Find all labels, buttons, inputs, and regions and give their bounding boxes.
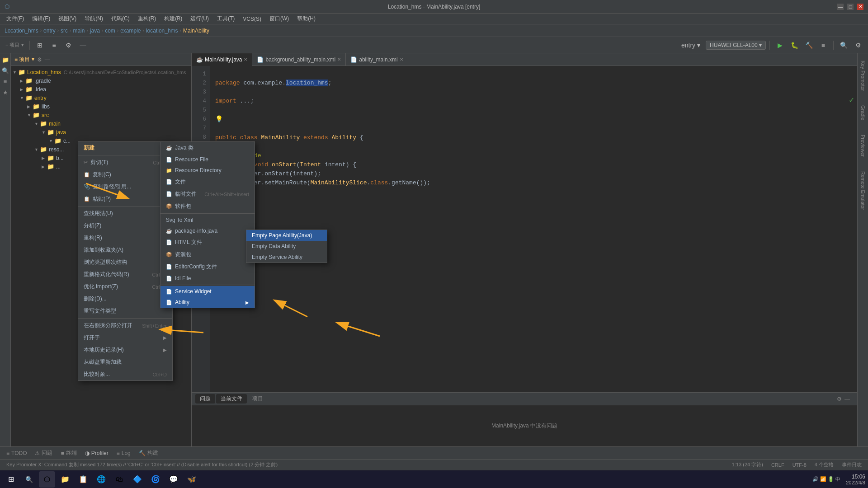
toolbar-entry-selector[interactable]: entry ▾ <box>678 39 704 52</box>
ctx-empty-page-ability[interactable]: Empty Page Ability(Java) <box>246 230 327 241</box>
toolbar-list-btn[interactable]: ≡ <box>48 39 61 52</box>
close-button[interactable]: ✕ <box>857 4 863 10</box>
tab-mainability[interactable]: ☕ MainAbility.java ✕ <box>192 53 252 66</box>
taskbar-extra-btn3[interactable]: 💬 <box>165 471 182 488</box>
ctx-open-split[interactable]: 在右侧拆分部分打开 Shift+Enter <box>78 319 172 332</box>
ctx-resource-bundle[interactable]: 📦资源包 <box>160 249 255 261</box>
ctx-local-history[interactable]: 本地历史记录(H) ▶ <box>78 344 172 356</box>
menu-edit[interactable]: 编辑(E) <box>28 14 54 23</box>
ctx-add-favorites[interactable]: 添加到收藏夹(A) <box>78 244 172 256</box>
right-sidebar-emulator[interactable]: Remote Emulator <box>860 169 866 213</box>
ctx-resource-file[interactable]: 📄Resource File <box>160 154 255 165</box>
tab-ability-main[interactable]: 📄 ability_main.xml ✕ <box>346 53 408 66</box>
breadcrumb-java[interactable]: java <box>90 28 100 34</box>
ctx-optimize-import[interactable]: 优化 import(Z) Ctrl+... <box>78 281 172 293</box>
ctx-scratch-file[interactable]: 📄临时文件 Ctrl+Alt+Shift+Insert <box>160 188 255 200</box>
problems-settings-btn[interactable]: ⚙ <box>837 396 842 402</box>
menu-refactor[interactable]: 重构(R) <box>134 14 160 23</box>
ctx-reload[interactable]: 从磁盘重新加载 <box>78 356 172 368</box>
taskbar-browser-btn[interactable]: 🌐 <box>93 471 109 488</box>
problems-close-btn[interactable]: — <box>844 396 850 402</box>
toolbar-settings-btn[interactable]: ⚙ <box>62 39 75 52</box>
status-indent[interactable]: 4 个空格 <box>812 461 836 468</box>
ctx-svg-to-xml[interactable]: Svg To Xml <box>160 215 255 225</box>
ctx-package-info[interactable]: ☕package-info.java <box>160 225 255 236</box>
tree-main[interactable]: ▼ 📁 main <box>11 119 191 128</box>
structure-icon[interactable]: ≡ <box>1 77 10 86</box>
menu-view[interactable]: 视图(V) <box>55 14 80 23</box>
code-editor[interactable]: package com.example.location_hms; import… <box>210 66 857 392</box>
taskbar-deveco-btn[interactable]: ⬡ <box>39 471 55 488</box>
maximize-button[interactable]: □ <box>847 4 854 10</box>
tool-build[interactable]: 🔨 构建 <box>136 448 161 458</box>
right-sidebar-preview[interactable]: Previewer <box>860 132 866 160</box>
problems-tab-project[interactable]: 项目 <box>248 394 268 404</box>
ctx-file[interactable]: 📄文件 <box>160 176 255 188</box>
tree-gradle[interactable]: ▶ 📁 .gradle <box>11 76 191 85</box>
ctx-analyze[interactable]: 分析(Z) ▶ <box>78 220 172 232</box>
ctx-copy[interactable]: 📋复制(C) <box>78 169 172 181</box>
device-selector[interactable]: HUAWEI GLL-AL00 ▾ <box>706 41 766 50</box>
ctx-java-class[interactable]: ☕Java 类 <box>160 142 255 154</box>
taskbar-extra-btn1[interactable]: 🔷 <box>129 471 146 488</box>
search-btn[interactable]: 🔍 <box>837 39 850 52</box>
taskbar-extra-btn4[interactable]: 🦋 <box>184 471 200 488</box>
project-icon[interactable]: 📁 <box>1 55 10 64</box>
taskbar-files-btn[interactable]: 📋 <box>75 471 91 488</box>
breadcrumb-location-hms[interactable]: Location_hms <box>5 28 38 34</box>
ctx-idl-file[interactable]: 📄Idl File <box>160 273 255 284</box>
ctx-empty-service-ability[interactable]: Empty Service Ability <box>246 252 327 263</box>
status-event-log[interactable]: 事件日志 <box>839 461 864 468</box>
right-sidebar-gradle[interactable]: Gradle <box>860 103 866 123</box>
menu-file[interactable]: 文件(F) <box>3 14 28 23</box>
favorites-icon[interactable]: ★ <box>1 88 10 97</box>
ctx-resource-directory[interactable]: 📁Resource Directory <box>160 165 255 176</box>
debug-button[interactable]: 🐛 <box>788 39 801 52</box>
tree-entry[interactable]: ▼ 📁 entry <box>11 94 191 102</box>
minimize-button[interactable]: — <box>837 4 844 10</box>
ctx-refactor[interactable]: 重构(R) ▶ <box>78 232 172 244</box>
ctx-cut[interactable]: ✂剪切(T) Ctrl+X <box>78 156 172 169</box>
find-icon[interactable]: 🔍 <box>1 66 10 75</box>
menu-run[interactable]: 运行(U) <box>187 14 212 23</box>
panel-close-btn[interactable]: — <box>45 56 50 63</box>
taskbar-search-btn[interactable]: 🔍 <box>21 471 37 488</box>
ctx-find-usages[interactable]: 查找用法(U) <box>78 207 172 220</box>
menu-navigate[interactable]: 导航(N) <box>81 14 107 23</box>
taskbar-store-btn[interactable]: 🛍 <box>111 471 127 488</box>
taskbar-start-btn[interactable]: ⊞ <box>3 471 19 488</box>
tool-todo[interactable]: ≡ TODO <box>4 449 29 457</box>
menu-code[interactable]: 代码(C) <box>108 14 133 23</box>
problems-tab-issues[interactable]: 问题 <box>195 394 215 404</box>
ctx-editorconfig[interactable]: 📄EditorConfig 文件 <box>160 261 255 273</box>
status-crlf[interactable]: CRLF <box>769 462 787 468</box>
ctx-delete[interactable]: 删除(D)... <box>78 293 172 305</box>
breadcrumb-src[interactable]: src <box>61 28 68 34</box>
tab-background[interactable]: 📄 background_ability_main.xml ✕ <box>252 53 346 66</box>
tab-ability-main-close[interactable]: ✕ <box>400 57 403 62</box>
panel-settings-btn[interactable]: ⚙ <box>37 56 42 63</box>
tool-terminal[interactable]: ■ 终端 <box>58 448 79 458</box>
run-button[interactable]: ▶ <box>774 39 786 52</box>
tab-mainability-close[interactable]: ✕ <box>244 57 247 62</box>
breadcrumb-entry[interactable]: entry <box>43 28 56 34</box>
menu-window[interactable]: 窗口(W) <box>266 14 292 23</box>
breadcrumb-main[interactable]: main <box>73 28 85 34</box>
breadcrumb-com[interactable]: com <box>105 28 115 34</box>
tool-profiler[interactable]: ◑ Profiler <box>82 449 111 457</box>
tool-log[interactable]: ≡ Log <box>114 449 133 457</box>
ctx-override-filetype[interactable]: 重写文件类型 <box>78 305 172 317</box>
status-charset[interactable]: UTF-8 <box>790 462 809 468</box>
toolbar-layout-btn[interactable]: ⊞ <box>33 39 46 52</box>
ctx-hierarchy[interactable]: 浏览类型层次结构 <box>78 256 172 268</box>
menu-help[interactable]: 帮助(H) <box>293 14 319 23</box>
tree-root[interactable]: ▼ 📁 Location_hms C:\Users\jinchuan\DevEc… <box>11 68 191 76</box>
ctx-compare[interactable]: 比较对象... Ctrl+D <box>78 368 172 380</box>
tree-libs[interactable]: ▶ 📁 libs <box>11 102 191 111</box>
menu-tools[interactable]: 工具(T) <box>213 14 238 23</box>
status-position[interactable]: 1:13 (24 字符) <box>729 461 766 468</box>
ctx-open-in[interactable]: 打开于 ▶ <box>78 332 172 344</box>
menu-build[interactable]: 构建(B) <box>160 14 186 23</box>
tree-src[interactable]: ▼ 📁 src <box>11 111 191 119</box>
ctx-package[interactable]: 📦软件包 <box>160 200 255 212</box>
